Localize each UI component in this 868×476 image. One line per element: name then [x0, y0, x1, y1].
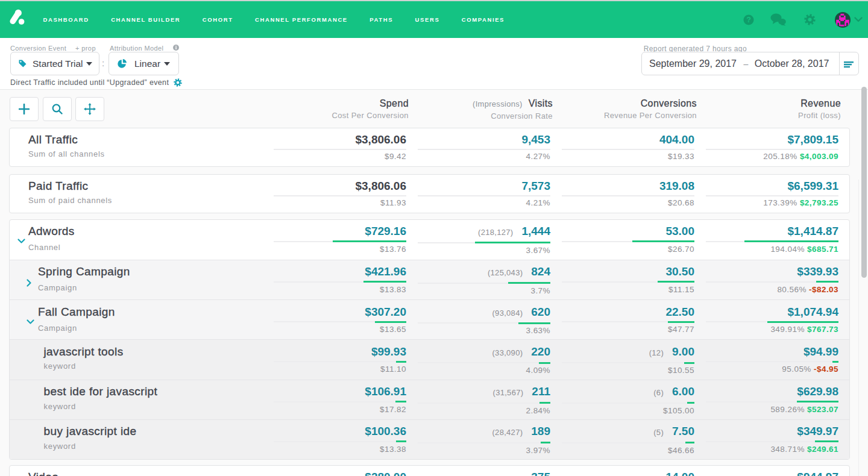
svg-text:?: ?: [746, 16, 751, 24]
